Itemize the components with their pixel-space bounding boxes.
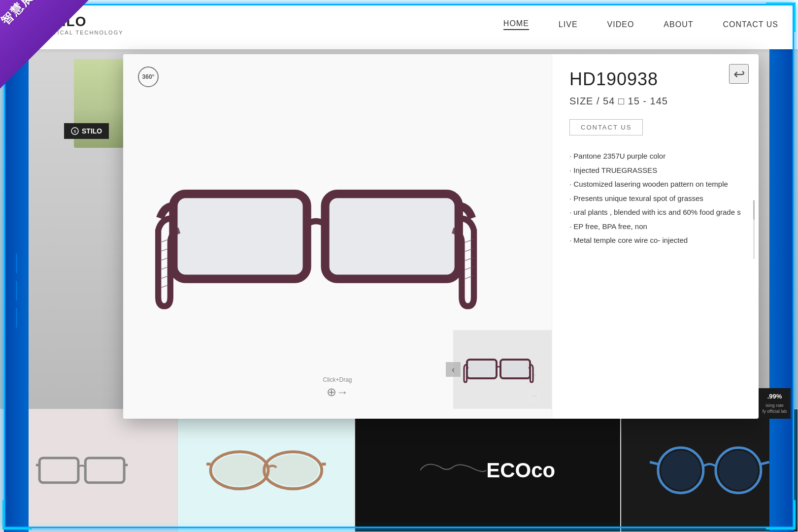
svg-line-37 [650,462,658,464]
promo-line3: fy official lab [761,408,789,415]
svg-line-9 [160,249,168,252]
feature-item: ural plants , blended with ics and 60% f… [569,205,741,220]
blue-accent-right [769,49,794,532]
feature-item: Injected TRUEGRASSES [569,164,741,178]
feature-item: Presents unique texural spot of grasses [569,192,741,206]
scrollbar-thumb [753,200,755,220]
svg-rect-25 [39,458,78,483]
product-card-2-image [204,439,328,501]
corner-decoration-br [766,500,796,530]
showroom-logo-text: STILO [82,127,102,135]
nav-item-about[interactable]: ABOUT [664,20,693,29]
promo-line2: ising rate [761,402,789,409]
glasses-3d-view[interactable] [155,145,520,328]
product-features-list: Pantone 2357U purple color Injected TRUE… [569,149,741,248]
svg-line-12 [160,276,168,279]
product-viewer: 360° [123,54,552,419]
navbar: S STILO OPTICAL TECHNOLOGY HOME LIVE VID… [0,0,798,49]
ecoco-label: ECOco [486,459,555,482]
product-strip: ECOco [0,409,798,532]
product-size: SIZE / 54 □ 15 - 145 [569,96,741,107]
svg-rect-24 [502,361,529,377]
contact-us-button[interactable]: CONTACT US [569,119,643,135]
drag-icon: ⊕→ [323,385,352,399]
blue-accent-left [4,49,29,532]
360-circle: 360° [138,66,159,87]
svg-rect-20 [330,198,455,274]
drag-hint: Click+Drag ⊕→ [323,376,352,399]
svg-rect-26 [85,458,124,483]
nav-item-home[interactable]: HOME [503,19,529,30]
drag-hint-text: Click+Drag [323,376,352,383]
thumbnail-glasses [463,338,542,401]
feature-item: EP free, BPA free, non [569,220,741,234]
promo-rate: .99% [761,392,789,401]
product-id: HD190938 [569,69,741,90]
nav-item-video[interactable]: VIDEO [607,20,634,29]
promo-badge: .99% ising rate fy official lab [759,388,791,419]
svg-point-34 [267,455,319,486]
svg-point-40 [718,451,758,490]
smart-banner: 智慧展示 [0,0,103,103]
svg-line-38 [761,462,769,464]
svg-rect-19 [178,198,303,274]
corner-decoration-tr [766,2,796,32]
main-navigation: HOME LIVE VIDEO ABOUT CONTACT US [503,19,778,30]
feature-item: Customized lasering wooden pattern on te… [569,177,741,192]
product-card-2[interactable] [177,409,355,532]
svg-text:S: S [74,130,76,133]
smart-banner-text: 智慧展示 [0,0,45,28]
svg-point-39 [661,451,700,490]
360-label: 360° [142,73,155,80]
svg-line-11 [160,267,168,270]
svg-rect-23 [468,361,495,377]
corner-decoration-bl [2,500,32,530]
ecoco-glasses-image [420,454,486,487]
showroom-logo: S STILO [64,123,109,139]
svg-line-10 [160,258,168,261]
thumbnail-prev-button[interactable]: ‹ [446,362,461,377]
feature-item: Pantone 2357U purple color [569,149,741,164]
feature-item: Metal temple core wire co- injected [569,233,741,248]
product-card-3[interactable]: ECOco [355,409,620,532]
svg-line-13 [160,285,168,288]
back-icon: ↩ [733,66,745,82]
360-badge: 360° [138,66,159,87]
nav-item-live[interactable]: LIVE [559,20,578,29]
back-button[interactable]: ↩ [729,64,749,84]
scrollbar-track [753,200,755,259]
product-modal: ↩ 360° [123,54,759,419]
svg-line-8 [160,239,168,242]
product-card-1-image [36,444,142,497]
product-card-4-image [648,439,771,501]
product-info-panel: HD190938 SIZE / 54 □ 15 - 145 CONTACT US… [552,54,759,419]
svg-point-33 [213,455,265,486]
thumbnail-overlay: ‹ [453,330,552,409]
